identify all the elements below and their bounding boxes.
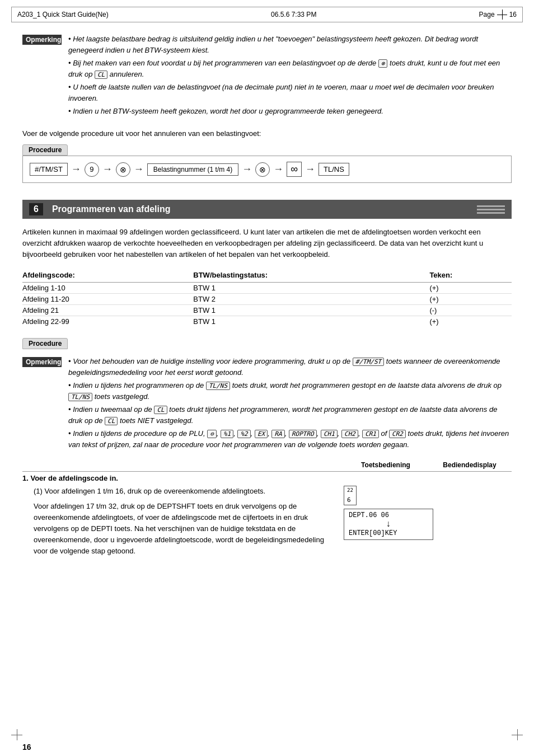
key-x-icon: ⊗ (378, 59, 388, 68)
header-bar: A203_1 Quick Start Guide(Ne) 06.5.6 7:33… (11, 7, 523, 22)
flow-diagram-1: #/TM/ST → 9 → ⊗ → Belastingnummer (1 t/m… (22, 156, 512, 183)
main-content: Opmerking Het laagste belastbare bedrag … (0, 22, 534, 571)
crosshair-br-icon (512, 729, 523, 740)
key-tlns-2: TL/NS (68, 393, 92, 401)
flow-infinity: ∞ (287, 162, 302, 177)
step-1-right: 226 DEPT.06 06 ↓ ENTER[00]KEY (344, 486, 512, 560)
flow-x-2: ⊗ (255, 162, 270, 177)
opmerking-box-1: Opmerking Het laagste belastbare bedrag … (22, 34, 512, 119)
opmerking-bullet-2-2: Indien u tijdens het programmeren op de … (68, 380, 512, 402)
step-1-sub2-text: Voor afdelingen 17 t/m 32, druk op de DE… (34, 502, 324, 556)
key-cl-2: CL (105, 417, 118, 425)
procedure-2: Procedure (22, 338, 512, 349)
flow-arrow-1: → (70, 163, 82, 175)
dept-table: Afdelingscode: BTW/belastingstatus: Teke… (22, 269, 512, 327)
page-number: 16 (22, 743, 31, 752)
table-cell-4-3: (+) (429, 316, 512, 327)
flow-arrow-6: → (304, 163, 316, 175)
col-header-right: Toetsbediening Bediendedisplay (344, 461, 512, 469)
display-arrow: ↓ (349, 519, 428, 529)
flow-arrow-3: → (133, 163, 145, 175)
flow-htmst: #/TM/ST (30, 163, 68, 176)
table-cell-1-1: Afdeling 1-10 (22, 283, 193, 294)
table-cell-1-3: (+) (429, 283, 512, 294)
header-page-info: Page 16 (479, 10, 517, 20)
dept6-key-icon: 226 (344, 486, 357, 505)
table-row: Afdeling 21 BTW 1 (-) (22, 305, 512, 316)
key-cr1: CR1 (362, 430, 379, 438)
step-1-sub1-text: (1) Voor afdelingen 1 t/m 16, druk op de… (34, 487, 265, 495)
step-1-sub1: (1) Voor afdelingen 1 t/m 16, druk op de… (34, 486, 332, 497)
table-cell-3-3: (-) (429, 305, 512, 316)
opmerking-bullet-1-1: Het laagste belastbare bedrag is uitslui… (68, 34, 512, 55)
table-cell-2-3: (+) (429, 294, 512, 305)
key-ex: EX (255, 430, 268, 438)
step-1-grid: (1) Voor afdelingen 1 t/m 16, druk op de… (22, 486, 512, 560)
opmerking-bullet-2-3: Indien u tweemaal op de CL toets drukt t… (68, 404, 512, 426)
procedure-1: Procedure #/TM/ST → 9 → ⊗ → Belastingnum… (22, 144, 512, 183)
crosshair-icon (497, 10, 507, 20)
display-screen-1: DEPT.06 06 ↓ ENTER[00]KEY (344, 509, 433, 540)
crosshair-bl-icon (11, 729, 22, 740)
opmerking-text-2: Voor het behouden van de huidige instell… (68, 356, 512, 452)
section-line-2 (477, 209, 505, 210)
table-cell-4-2: BTW 1 (193, 316, 429, 327)
step-column-headers: Toetsbediening Bediendedisplay (22, 461, 512, 472)
opmerking-bullet-2-1: Voor het behouden van de huidige instell… (68, 356, 512, 378)
flow-9: 9 (85, 162, 99, 177)
table-cell-4-1: Afdeling 22-99 (22, 316, 193, 327)
table-cell-3-1: Afdeling 21 (22, 305, 193, 316)
table-cell-2-2: BTW 2 (193, 294, 429, 305)
opmerking-bullet-2-4: Indien u tijdens de procedure op de PLU,… (68, 428, 512, 450)
header-page-num: 16 (509, 11, 517, 18)
opmerking-label-2: Opmerking (22, 357, 62, 367)
opmerking-label-1: Opmerking (22, 35, 62, 45)
key-tlns: TL/NS (206, 382, 230, 390)
procedure-label-1: Procedure (22, 144, 68, 156)
table-row: Afdeling 1-10 BTW 1 (+) (22, 283, 512, 294)
section-line-1 (477, 205, 505, 207)
step-1-left: (1) Voor afdelingen 1 t/m 16, druk op de… (22, 486, 332, 560)
header-title: A203_1 Quick Start Guide(Ne) (17, 11, 109, 18)
key-roptro: ROPTRO (289, 430, 317, 438)
table-header-3: Teken: (429, 269, 512, 283)
opmerking-box-2: Opmerking Voor het behouden van de huidi… (22, 356, 512, 452)
key-cr2: CR2 (389, 430, 406, 438)
key-ch1: CH1 (321, 430, 338, 438)
section-line-3 (477, 212, 505, 214)
flow-tlns: TL/NS (318, 163, 349, 176)
header-page-label: Page (479, 11, 495, 18)
table-row: Afdeling 11-20 BTW 2 (+) (22, 294, 512, 305)
intro-text-1: Voer de volgende procedure uit voor het … (22, 128, 512, 139)
page: A203_1 Quick Start Guide(Ne) 06.5.6 7:33… (0, 7, 534, 756)
flow-x-1: ⊗ (116, 162, 130, 177)
display-line-2: ENTER[00]KEY (349, 529, 428, 537)
flow-arrow-5: → (272, 163, 284, 175)
opmerking-bullet-1-3: U hoeft de laatste nullen van de belasti… (68, 82, 512, 104)
key-ra: RA (271, 430, 284, 438)
step-1-title: 1. Voer de afdelingscode in. (22, 474, 512, 482)
key-htmst: #/TM/ST (353, 358, 384, 366)
opmerking-bullet-1-4: Indien u het BTW-systeem heeft gekozen, … (68, 106, 512, 117)
key-ch2: CH2 (341, 430, 358, 438)
col-header-bediendedisplay: Bediendedisplay (428, 461, 512, 469)
key-cl: CL (154, 406, 167, 414)
table-header-1: Afdelingscode: (22, 269, 193, 283)
display-line-1: DEPT.06 06 (349, 511, 428, 519)
col-header-left (22, 461, 332, 469)
section-decoration (477, 205, 505, 214)
section-6-header: 6 Programmeren van afdeling (22, 200, 512, 219)
key-row-dept6: 226 (344, 486, 357, 505)
table-row: Afdeling 22-99 BTW 1 (+) (22, 316, 512, 327)
table-cell-2-1: Afdeling 11-20 (22, 294, 193, 305)
step-1-container: 1. Voer de afdelingscode in. (1) Voor af… (22, 474, 512, 560)
table-cell-1-2: BTW 1 (193, 283, 429, 294)
key-p2: %2 (237, 430, 250, 438)
flow-belasting: Belastingnummer (1 t/m 4) (147, 163, 238, 176)
table-cell-3-2: BTW 1 (193, 305, 429, 316)
section-number-6: 6 (29, 203, 43, 215)
step-1-sub2: Voor afdelingen 17 t/m 32, druk op de DE… (34, 501, 332, 557)
key-cl-icon: CL (95, 71, 107, 79)
key-p1: %1 (221, 430, 233, 438)
procedure-label-2: Procedure (22, 338, 68, 349)
